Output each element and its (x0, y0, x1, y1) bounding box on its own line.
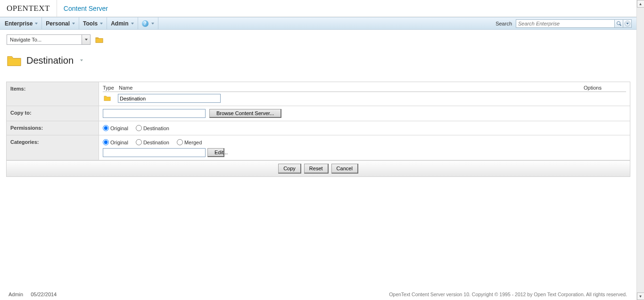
page-title-row: Destination (0, 45, 636, 70)
chevron-down-icon (151, 23, 154, 25)
help-icon: ? (142, 20, 149, 27)
brand-header: OPENTEXT Content Server (0, 0, 636, 17)
actions-bar: Copy Reset Cancel (7, 160, 630, 176)
chevron-down-icon (35, 23, 38, 25)
chevron-down-icon (131, 23, 134, 25)
navigate-select[interactable]: Navigate To... (7, 34, 91, 45)
edit-button[interactable]: Edit... (207, 148, 224, 157)
copy-to-input[interactable] (103, 109, 206, 118)
window-scrollbar[interactable]: ▲ ▼ (636, 0, 644, 300)
radio-input[interactable] (177, 139, 183, 145)
menu-label: Tools (83, 20, 98, 27)
row-copy-to-label: Copy to: (7, 106, 99, 121)
search-input[interactable] (516, 19, 615, 28)
scroll-down-button[interactable]: ▼ (637, 292, 644, 300)
footer-copyright: OpenText Content Server version 10. Copy… (389, 292, 627, 297)
page-title: Destination (26, 55, 74, 66)
radio-label: Original (110, 140, 128, 145)
search-box (516, 19, 632, 28)
cat-merged-radio[interactable]: Merged (177, 139, 202, 145)
perm-original-radio[interactable]: Original (103, 125, 128, 131)
row-items: Items: Type Name Options (7, 82, 630, 106)
main-menubar: Enterprise Personal Tools Admin ? Search (0, 17, 636, 30)
menu-enterprise[interactable]: Enterprise (5, 17, 42, 29)
radio-label: Destination (143, 125, 169, 131)
row-categories: Categories: Original Destination Merged … (7, 135, 630, 160)
row-categories-label: Categories: (7, 135, 99, 160)
chevron-down-icon (100, 23, 103, 25)
radio-input[interactable] (136, 125, 142, 131)
menu-admin[interactable]: Admin (107, 17, 138, 29)
chevron-down-icon (72, 23, 75, 25)
navigate-bar: Navigate To... (0, 30, 636, 45)
radio-input[interactable] (103, 139, 109, 145)
navigate-select-label: Navigate To... (10, 37, 41, 42)
radio-label: Original (110, 125, 128, 131)
brand-app-link[interactable]: Content Server (57, 5, 108, 12)
menu-tools[interactable]: Tools (79, 17, 107, 29)
folder-up-icon[interactable] (95, 36, 104, 43)
categories-input[interactable] (103, 148, 206, 157)
brand-logo: OPENTEXT (0, 0, 57, 17)
menu-label: Personal (46, 20, 70, 27)
search-icon (617, 21, 621, 26)
chevron-down-circle-icon (625, 21, 630, 26)
chevron-down-icon (85, 39, 88, 41)
menu-label: Enterprise (5, 20, 33, 27)
navigate-select-button[interactable] (82, 35, 90, 44)
search-label: Search (495, 21, 512, 26)
reset-button[interactable]: Reset (304, 164, 329, 174)
item-name-input[interactable] (118, 94, 221, 103)
items-header: Type Name Options (103, 85, 626, 92)
scroll-up-button[interactable]: ▲ (637, 0, 644, 8)
radio-input[interactable] (103, 125, 109, 131)
copy-form: Items: Type Name Options (6, 82, 630, 177)
footer-user: Admin (8, 292, 23, 297)
footer: Admin 05/22/2014 OpenText Content Server… (0, 289, 636, 300)
radio-label: Merged (184, 140, 202, 145)
col-name: Name (119, 85, 584, 91)
menu-help[interactable]: ? (138, 17, 158, 29)
folder-icon (7, 54, 22, 67)
menu-personal[interactable]: Personal (42, 17, 79, 29)
col-options: Options (584, 85, 626, 91)
perm-destination-radio[interactable]: Destination (136, 125, 169, 131)
footer-date: 05/22/2014 (31, 292, 57, 297)
brand-company: OPENTEXT (7, 4, 50, 13)
cat-original-radio[interactable]: Original (103, 139, 128, 145)
copy-button[interactable]: Copy (278, 164, 301, 174)
item-row (103, 92, 626, 103)
search-button[interactable] (615, 19, 623, 28)
cancel-button[interactable]: Cancel (331, 164, 358, 174)
browse-button[interactable]: Browse Content Server... (209, 109, 281, 118)
radio-label: Destination (143, 140, 169, 145)
radio-input[interactable] (136, 139, 142, 145)
search-advanced-button[interactable] (623, 19, 632, 28)
row-items-label: Items: (7, 82, 99, 106)
row-copy-to: Copy to: Browse Content Server... (7, 106, 630, 121)
cat-destination-radio[interactable]: Destination (136, 139, 169, 145)
row-permissions: Permissions: Original Destination (7, 121, 630, 135)
row-permissions-label: Permissions: (7, 121, 99, 135)
chevron-down-icon[interactable] (80, 59, 83, 61)
folder-icon (104, 95, 111, 101)
col-type: Type (103, 85, 119, 91)
menu-label: Admin (111, 20, 128, 27)
